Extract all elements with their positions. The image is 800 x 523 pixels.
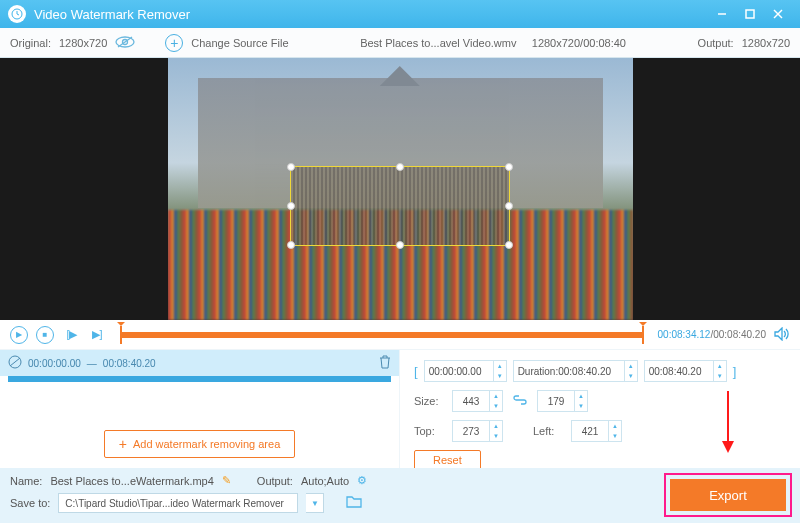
segment-end: 00:08:40.20	[103, 358, 156, 369]
segment-bar[interactable]	[8, 376, 391, 382]
change-source-button[interactable]: Change Source File	[191, 37, 288, 49]
range-duration-input[interactable]: ▲▼	[513, 360, 638, 382]
bracket-right-icon[interactable]: ]	[733, 364, 737, 379]
range-start-input[interactable]: ▲▼	[424, 360, 507, 382]
resize-handle[interactable]	[287, 241, 295, 249]
save-path-dropdown[interactable]: ▼	[306, 493, 324, 513]
original-resolution: 1280x720	[59, 37, 107, 49]
top-input[interactable]: ▲▼	[452, 420, 503, 442]
delete-segment-icon[interactable]	[379, 355, 391, 371]
timeline-scrubber[interactable]	[120, 332, 644, 338]
reset-button[interactable]: Reset	[414, 450, 481, 470]
height-input[interactable]: ▲▼	[537, 390, 588, 412]
output-format: Auto;Auto	[301, 475, 349, 487]
preview-toggle-icon[interactable]	[115, 35, 135, 51]
link-aspect-icon[interactable]	[513, 393, 527, 409]
export-button[interactable]: Export	[670, 479, 786, 511]
segment-row[interactable]: 00:00:00.00 — 00:08:40.20	[0, 350, 399, 376]
svg-line-9	[10, 358, 20, 366]
resize-handle[interactable]	[396, 241, 404, 249]
minimize-button[interactable]	[708, 0, 736, 28]
close-button[interactable]	[764, 0, 792, 28]
resize-handle[interactable]	[287, 202, 295, 210]
output-format-label: Output:	[257, 475, 293, 487]
left-label: Left:	[533, 425, 565, 437]
resize-handle[interactable]	[287, 163, 295, 171]
svg-line-7	[118, 37, 132, 47]
bracket-left-icon[interactable]: [	[414, 364, 418, 379]
segment-start: 00:00:00.00	[28, 358, 81, 369]
width-input[interactable]: ▲▼	[452, 390, 503, 412]
edit-name-icon[interactable]: ✎	[222, 474, 231, 487]
add-watermark-area-button[interactable]: +Add watermark removing area	[104, 430, 296, 458]
play-button[interactable]: ▶	[10, 326, 28, 344]
open-folder-icon[interactable]	[346, 495, 362, 511]
add-source-icon[interactable]: +	[165, 34, 183, 52]
mark-out-button[interactable]: ▶]	[88, 326, 106, 344]
app-title: Video Watermark Remover	[34, 7, 708, 22]
svg-rect-2	[746, 10, 754, 18]
resize-handle[interactable]	[505, 163, 513, 171]
volume-icon[interactable]	[774, 327, 790, 343]
titlebar: Video Watermark Remover	[0, 0, 800, 28]
watermark-selection-box[interactable]	[290, 166, 510, 246]
save-to-label: Save to:	[10, 497, 50, 509]
segments-pane: 00:00:00.00 — 00:08:40.20 +Add watermark…	[0, 350, 400, 468]
resize-handle[interactable]	[505, 202, 513, 210]
mark-in-button[interactable]: [▶	[62, 326, 80, 344]
app-logo	[8, 5, 26, 23]
properties-pane: [ ▲▼ ▲▼ ▲▼ ] Size: ▲▼ ▲▼ Top: ▲▼ Left: ▲…	[400, 350, 800, 468]
bottom-bar: Name: Best Places to...eWatermark.mp4 ✎ …	[0, 468, 800, 523]
range-end-input[interactable]: ▲▼	[644, 360, 727, 382]
video-preview[interactable]	[0, 58, 800, 320]
resize-handle[interactable]	[396, 163, 404, 171]
output-resolution: 1280x720	[742, 37, 790, 49]
segment-icon	[8, 355, 22, 371]
original-label: Original:	[10, 37, 51, 49]
toolbar: Original: 1280x720 + Change Source File …	[0, 28, 800, 58]
name-label: Name:	[10, 475, 42, 487]
time-display: 00:08:34.12/00:08:40.20	[658, 329, 766, 340]
size-label: Size:	[414, 395, 446, 407]
save-path-input[interactable]: C:\Tipard Studio\Tipar...ideo Watermark …	[58, 493, 298, 513]
current-filename: Best Places to...avel Video.wmv	[360, 37, 516, 49]
playback-controls: ▶ ■ [▶ ▶] 00:08:34.12/00:08:40.20	[0, 320, 800, 350]
left-input[interactable]: ▲▼	[571, 420, 622, 442]
output-label: Output:	[698, 37, 734, 49]
output-settings-icon[interactable]: ⚙	[357, 474, 367, 487]
stop-button[interactable]: ■	[36, 326, 54, 344]
file-metadata: 1280x720/00:08:40	[532, 37, 626, 49]
output-name: Best Places to...eWatermark.mp4	[50, 475, 213, 487]
top-label: Top:	[414, 425, 446, 437]
maximize-button[interactable]	[736, 0, 764, 28]
resize-handle[interactable]	[505, 241, 513, 249]
